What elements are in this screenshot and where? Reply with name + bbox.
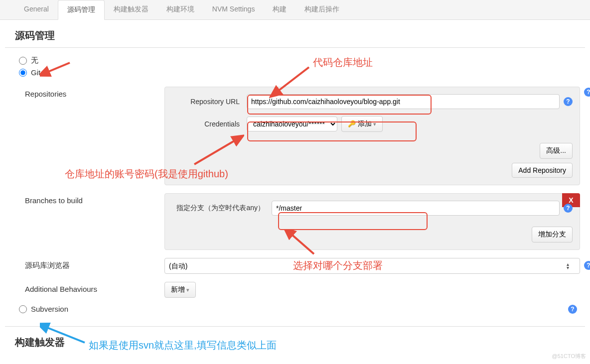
tab-general[interactable]: General	[15, 0, 58, 19]
add-repository-button[interactable]: Add Repository	[512, 163, 573, 178]
scm-content: 无 Git Repositories Repository URL ?	[0, 48, 590, 313]
credentials-label: Credentials	[172, 120, 247, 128]
radio-none-label: 无	[31, 56, 38, 65]
section-title-triggers: 构建触发器	[0, 327, 590, 354]
repositories-label: Repositories	[25, 87, 164, 98]
repo-url-input[interactable]	[247, 94, 560, 109]
behaviours-label: Additional Behaviours	[25, 282, 164, 293]
branch-spec-label: 指定分支（为空时代表any）	[172, 204, 272, 213]
help-icon[interactable]: ?	[564, 97, 573, 106]
advanced-button[interactable]: 高级...	[540, 143, 573, 159]
tab-triggers[interactable]: 构建触发器	[105, 0, 157, 19]
help-icon[interactable]: ?	[584, 261, 590, 270]
add-credentials-button[interactable]: 🔑 添加	[341, 116, 383, 132]
repositories-panel: Repository URL ? Credentials caizhihaolo…	[164, 87, 580, 185]
radio-none[interactable]	[19, 57, 27, 65]
repo-browser-select[interactable]: (自动)	[164, 258, 580, 274]
branches-label: Branches to build	[25, 193, 164, 205]
tab-scm[interactable]: 源码管理	[58, 0, 105, 20]
branches-panel: X 指定分支（为空时代表any） ? 增加分支	[164, 193, 580, 250]
watermark: @51CTO博客	[552, 353, 586, 354]
add-branch-button[interactable]: 增加分支	[532, 227, 573, 243]
radio-subversion[interactable]	[19, 305, 27, 313]
radio-subversion-label: Subversion	[31, 305, 68, 313]
add-behaviour-button[interactable]: 新增	[164, 282, 196, 298]
credentials-select[interactable]: caizhihaoloveyou/******	[247, 117, 337, 131]
tab-build[interactable]: 构建	[264, 0, 295, 19]
section-title-scm: 源码管理	[0, 20, 590, 47]
radio-git[interactable]	[19, 69, 27, 77]
repo-url-label: Repository URL	[172, 98, 247, 106]
repo-browser-label: 源码库浏览器	[25, 258, 164, 270]
help-icon[interactable]: ?	[564, 204, 573, 213]
tab-env[interactable]: 构建环境	[157, 0, 203, 19]
help-icon[interactable]: ?	[584, 88, 590, 97]
help-icon[interactable]: ?	[568, 305, 577, 314]
radio-git-label: Git	[31, 68, 40, 77]
branch-spec-input[interactable]	[272, 201, 560, 216]
config-tabs: General 源码管理 构建触发器 构建环境 NVM Settings 构建 …	[0, 0, 590, 20]
tab-post[interactable]: 构建后操作	[295, 0, 348, 19]
tab-nvm[interactable]: NVM Settings	[203, 0, 264, 19]
